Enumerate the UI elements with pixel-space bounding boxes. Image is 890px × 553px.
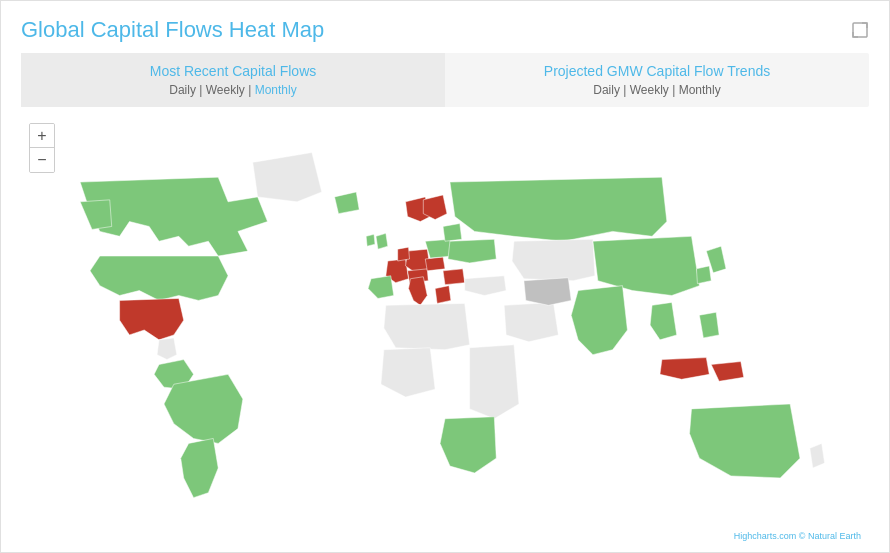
country-iran bbox=[524, 278, 571, 306]
zoom-controls: + − bbox=[29, 123, 55, 173]
tabs-row: Most Recent Capital Flows Daily | Weekly… bbox=[21, 53, 869, 107]
country-ukraine[interactable] bbox=[448, 239, 496, 263]
tab-most-recent[interactable]: Most Recent Capital Flows Daily | Weekly… bbox=[21, 53, 445, 107]
tab-most-recent-filters: Daily | Weekly | Monthly bbox=[37, 83, 429, 97]
expand-icon[interactable] bbox=[851, 21, 869, 39]
filter-monthly-2[interactable]: Monthly bbox=[679, 83, 721, 97]
country-czech[interactable] bbox=[425, 257, 445, 271]
attribution-text: Highcharts.com © Natural Earth bbox=[734, 531, 861, 541]
tab-projected-title: Projected GMW Capital Flow Trends bbox=[461, 63, 853, 79]
tab-projected-filters: Daily | Weekly | Monthly bbox=[461, 83, 853, 97]
filter-weekly-1[interactable]: Weekly bbox=[206, 83, 245, 97]
country-russia[interactable] bbox=[450, 177, 667, 241]
country-north-africa bbox=[384, 303, 470, 349]
zoom-in-button[interactable]: + bbox=[30, 124, 54, 148]
country-saudi-arabia bbox=[504, 302, 558, 341]
zoom-out-button[interactable]: − bbox=[30, 148, 54, 172]
country-south-korea[interactable] bbox=[696, 266, 711, 284]
svg-rect-0 bbox=[853, 23, 867, 37]
tab-projected[interactable]: Projected GMW Capital Flow Trends Daily … bbox=[445, 53, 869, 107]
country-ireland[interactable] bbox=[366, 234, 375, 246]
map-area: + − bbox=[21, 115, 869, 545]
main-container: Global Capital Flows Heat Map Most Recen… bbox=[0, 0, 890, 553]
tab-most-recent-title: Most Recent Capital Flows bbox=[37, 63, 429, 79]
header-row: Global Capital Flows Heat Map bbox=[21, 17, 869, 43]
country-greece[interactable] bbox=[435, 286, 451, 304]
page-title: Global Capital Flows Heat Map bbox=[21, 17, 324, 43]
filter-daily-1[interactable]: Daily bbox=[169, 83, 196, 97]
world-map bbox=[21, 115, 869, 545]
country-uk[interactable] bbox=[376, 233, 388, 249]
filter-weekly-2[interactable]: Weekly bbox=[630, 83, 669, 97]
attribution: Highcharts.com © Natural Earth bbox=[734, 531, 861, 541]
country-mexico[interactable] bbox=[120, 298, 184, 339]
country-kazakhstan bbox=[512, 239, 595, 280]
filter-monthly-1[interactable]: Monthly bbox=[255, 83, 297, 97]
country-romania[interactable] bbox=[443, 269, 465, 285]
filter-daily-2[interactable]: Daily bbox=[593, 83, 620, 97]
country-east-africa bbox=[470, 345, 519, 419]
country-baltics[interactable] bbox=[443, 224, 462, 242]
country-central-america bbox=[157, 338, 177, 360]
country-netherlands[interactable] bbox=[398, 247, 410, 261]
